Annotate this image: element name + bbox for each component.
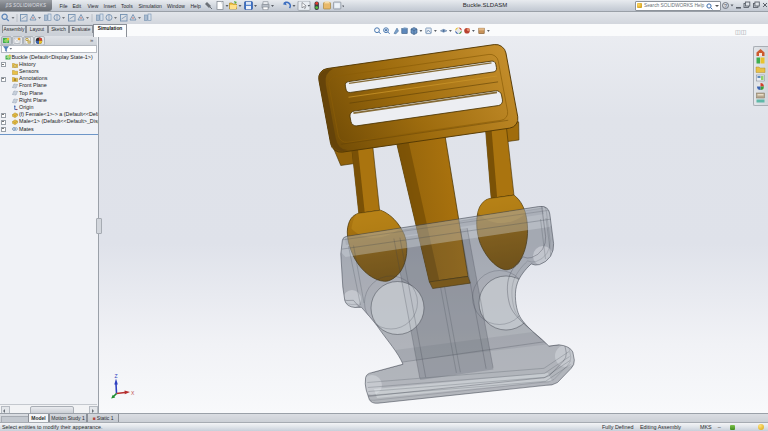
svg-text:X: X: [131, 390, 135, 396]
svg-text:Z: Z: [115, 373, 118, 379]
